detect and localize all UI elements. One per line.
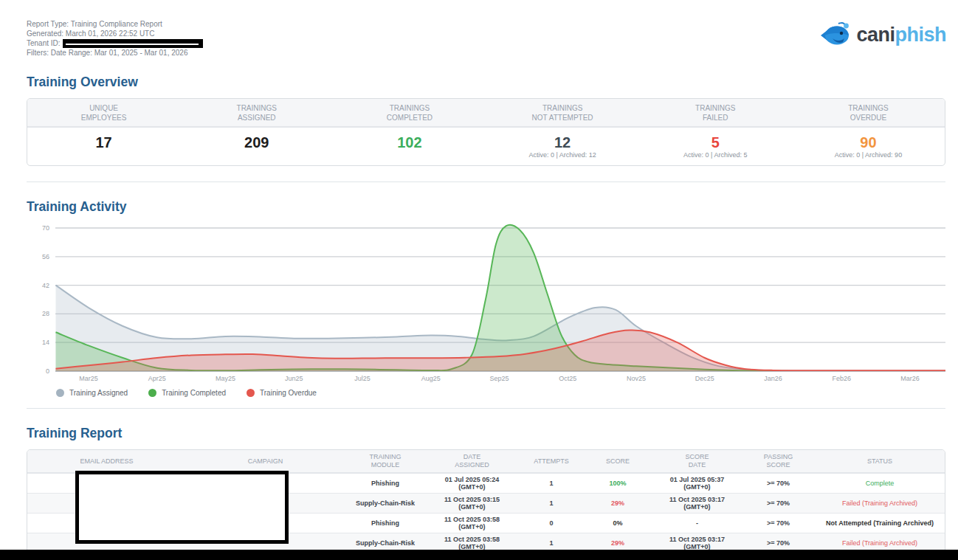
- completed-legend-dot-icon: [148, 389, 156, 397]
- overview-values-row: 17 209 102 12Active: 0 | Archived: 12 5A…: [27, 128, 945, 165]
- overview-header-row: UNIQUEEMPLOYEES TRAININGSASSIGNED TRAINI…: [27, 99, 945, 128]
- date-assigned-cell: 01 Jul 2025 05:24(GMT+0): [426, 474, 518, 493]
- module-cell: Supply-Chain-Risk: [345, 494, 426, 513]
- assigned-legend-dot-icon: [56, 389, 64, 397]
- legend-label-assigned: Training Assigned: [69, 389, 128, 397]
- svg-text:Dec25: Dec25: [695, 375, 714, 382]
- svg-text:Mar26: Mar26: [900, 375, 920, 382]
- passing-score-cell: >= 70%: [743, 514, 813, 533]
- legend-label-overdue: Training Overdue: [260, 389, 317, 397]
- col-header-date-assigned: DATEASSIGNED: [426, 450, 518, 472]
- overdue-legend-dot-icon: [247, 389, 255, 397]
- score-date-cell: 01 Jul 2025 05:37(GMT+0): [651, 474, 743, 493]
- col-header-email-address: EMAIL ADDRESS: [27, 450, 186, 472]
- overview-value-trainings-not-attempted: 12Active: 0 | Archived: 12: [486, 128, 639, 165]
- col-header-campaign: CAMPAIGN: [186, 450, 345, 472]
- svg-text:Jul25: Jul25: [354, 375, 371, 382]
- overview-value-trainings-completed: 102: [333, 128, 486, 165]
- training-activity-title: Training Activity: [27, 199, 945, 215]
- svg-text:Mar25: Mar25: [79, 375, 98, 382]
- module-cell: Phishing: [345, 514, 426, 533]
- legend-item-completed: Training Completed: [148, 389, 226, 397]
- overview-header-trainings-not-attempted: TRAININGSNOT ATTEMPTED: [486, 99, 639, 126]
- logo-wordmark: caniphish: [856, 24, 946, 46]
- svg-text:Jun25: Jun25: [285, 375, 303, 382]
- svg-text:Aug25: Aug25: [421, 375, 441, 382]
- col-header-attempts: ATTEMPTS: [518, 450, 585, 472]
- date-assigned-cell: 11 Oct 2025 03:58(GMT+0): [426, 514, 518, 533]
- caniphish-logo: caniphish: [819, 19, 946, 50]
- legend-item-overdue: Training Overdue: [247, 389, 317, 397]
- attempts-cell: 1: [518, 474, 585, 493]
- module-cell: Phishing: [345, 474, 426, 493]
- attempts-cell: 0: [518, 514, 585, 533]
- svg-text:Jan26: Jan26: [764, 375, 782, 382]
- tenant-id-line: Tenant ID:: [27, 38, 945, 48]
- svg-text:Oct25: Oct25: [559, 375, 576, 382]
- trainings-completed-count: 102: [336, 134, 483, 151]
- overview-value-unique-employees: 17: [27, 128, 180, 165]
- training-report-title: Training Report: [27, 426, 945, 441]
- svg-text:28: 28: [42, 311, 49, 318]
- trainings-assigned-count: 209: [183, 134, 330, 151]
- status-cell: Failed (Training Archived): [813, 494, 945, 513]
- col-header-training-module: TRAININGMODULE: [345, 450, 426, 472]
- training-overview-panel: UNIQUEEMPLOYEES TRAININGSASSIGNED TRAINI…: [27, 98, 945, 166]
- unique-employees-count: 17: [30, 134, 177, 151]
- overdue-breakdown: Active: 0 | Archived: 90: [795, 151, 942, 159]
- score-date-cell: -: [651, 514, 743, 533]
- svg-text:42: 42: [42, 282, 49, 289]
- overview-header-trainings-failed: TRAININGSFAILED: [639, 99, 792, 126]
- date-assigned-cell: 11 Oct 2025 03:15(GMT+0): [426, 494, 518, 513]
- trainings-not-attempted-count: 12: [489, 134, 636, 151]
- svg-text:Nov25: Nov25: [627, 375, 646, 382]
- svg-text:70: 70: [42, 224, 49, 232]
- overview-header-trainings-overdue: TRAININGSOVERDUE: [792, 99, 945, 126]
- attempts-cell: 1: [518, 494, 585, 513]
- training-overview-title: Training Overview: [27, 75, 945, 90]
- logo-text-cani: cani: [856, 24, 895, 46]
- svg-text:Sep25: Sep25: [489, 375, 509, 382]
- overview-header-trainings-assigned: TRAININGSASSIGNED: [180, 99, 333, 126]
- section-divider: [27, 182, 945, 182]
- table-redaction-box: [75, 471, 289, 544]
- status-cell: Complete: [813, 474, 945, 493]
- col-header-score: SCORE: [585, 450, 651, 472]
- bottom-redaction-bar: [0, 550, 958, 560]
- svg-text:May25: May25: [216, 375, 235, 382]
- passing-score-cell: >= 70%: [743, 474, 813, 493]
- report-page: Report Type: Training Compliance Report …: [0, 0, 958, 560]
- overview-header-unique-employees: UNIQUEEMPLOYEES: [27, 99, 180, 126]
- svg-text:Apr25: Apr25: [148, 375, 166, 382]
- svg-text:14: 14: [42, 339, 49, 347]
- generated-line: Generated: March 01, 2026 22:52 UTC: [27, 29, 945, 38]
- failed-breakdown: Active: 0 | Archived: 5: [642, 151, 789, 159]
- overview-value-trainings-overdue: 90Active: 0 | Archived: 90: [792, 128, 945, 165]
- legend-label-completed: Training Completed: [162, 389, 226, 397]
- report-type-line: Report Type: Training Compliance Report: [27, 19, 945, 29]
- score-date-cell: 11 Oct 2025 03:17(GMT+0): [651, 494, 743, 513]
- logo-text-phish: phish: [895, 24, 947, 46]
- score-cell: 0%: [585, 514, 651, 533]
- activity-area-chart: 01428425670Mar25Apr25May25Jun25Jul25Aug2…: [27, 223, 945, 384]
- fish-logo-icon: [819, 19, 852, 50]
- svg-text:56: 56: [42, 253, 49, 260]
- filters-line: Filters: Date Range: Mar 01, 2025 - Mar …: [27, 48, 945, 58]
- overview-value-trainings-assigned: 209: [180, 128, 333, 165]
- trainings-overdue-count: 90: [795, 134, 942, 151]
- not-attempted-breakdown: Active: 0 | Archived: 12: [489, 151, 636, 159]
- overview-header-trainings-completed: TRAININGSCOMPLETED: [333, 99, 486, 126]
- col-header-score-date: SCOREDATE: [651, 450, 743, 472]
- score-cell: 100%: [585, 474, 651, 493]
- status-cell: Not Attempted (Training Archived): [813, 514, 945, 533]
- tenant-id-label: Tenant ID:: [27, 39, 61, 47]
- svg-text:Feb26: Feb26: [832, 375, 851, 382]
- legend-item-assigned: Training Assigned: [56, 389, 128, 397]
- section-divider: [27, 408, 945, 409]
- col-header-status: STATUS: [813, 450, 945, 472]
- report-metadata: Report Type: Training Compliance Report …: [27, 0, 945, 58]
- svg-text:0: 0: [46, 367, 49, 375]
- overview-value-trainings-failed: 5Active: 0 | Archived: 5: [639, 128, 792, 165]
- chart-legend: Training Assigned Training Completed Tra…: [56, 389, 945, 397]
- passing-score-cell: >= 70%: [743, 494, 813, 513]
